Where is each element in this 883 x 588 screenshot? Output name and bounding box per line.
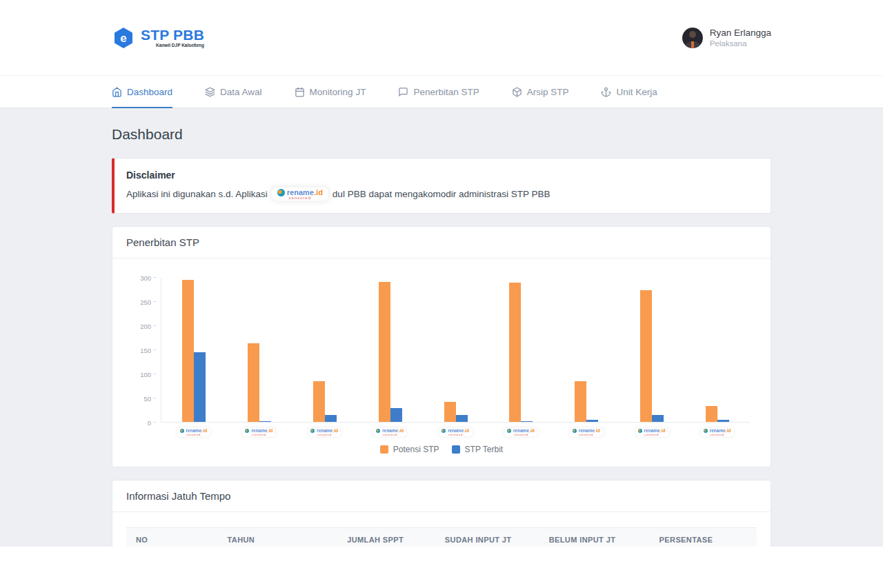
censor-logo-icon bbox=[376, 429, 380, 433]
avatar bbox=[682, 28, 703, 48]
table-header-persentase: PERSENTASE bbox=[650, 528, 757, 547]
censor-logo-icon bbox=[310, 429, 315, 433]
bar-stp-terbit[interactable] bbox=[521, 421, 533, 422]
censor-logo-icon bbox=[507, 429, 511, 433]
bar-stp-terbit[interactable] bbox=[194, 352, 206, 423]
nav-item-label: Dashboard bbox=[127, 87, 172, 97]
bar-group bbox=[161, 278, 227, 422]
legend-swatch bbox=[452, 445, 460, 454]
app-header: e STP PBB Kanwil DJP Kalselteng Ryan Erl… bbox=[0, 0, 883, 76]
brand-logo[interactable]: e STP PBB Kanwil DJP Kalselteng bbox=[112, 26, 204, 50]
nav-item-label: Unit Kerja bbox=[616, 87, 657, 97]
bar-stp-terbit[interactable] bbox=[325, 415, 337, 422]
censor-logo-icon bbox=[638, 429, 642, 433]
bar-potensi-stp[interactable] bbox=[575, 381, 586, 423]
box-icon bbox=[512, 87, 522, 97]
bar-group bbox=[554, 278, 619, 422]
y-tick-label: 200 bbox=[140, 323, 151, 330]
legend-swatch bbox=[380, 445, 388, 454]
censored-x-label: rename.idcensored bbox=[504, 428, 537, 436]
bar-potensi-stp[interactable] bbox=[248, 343, 259, 422]
bar-stp-terbit[interactable] bbox=[456, 415, 468, 422]
chart-plot-area bbox=[161, 278, 750, 423]
censored-x-label: rename.idcensored bbox=[177, 428, 210, 436]
y-tick-label: 50 bbox=[143, 395, 151, 403]
bar-potensi-stp[interactable] bbox=[509, 283, 521, 422]
anchor-icon bbox=[601, 87, 611, 97]
main-nav: DashboardData AwalMonitoring JTPenerbita… bbox=[0, 76, 883, 108]
nav-item-label: Data Awal bbox=[220, 87, 262, 97]
nav-item-dashboard[interactable]: Dashboard bbox=[112, 76, 172, 108]
nav-item-data-awal[interactable]: Data Awal bbox=[205, 76, 262, 108]
table-header-sudah-input-jt: SUDAH INPUT JT bbox=[435, 528, 539, 547]
nav-item-monitoring-jt[interactable]: Monitoring JT bbox=[295, 76, 366, 108]
legend-label: Potensi STP bbox=[393, 445, 439, 454]
table-header-belum-input-jt: BELUM INPUT JT bbox=[539, 528, 650, 547]
layers-icon bbox=[205, 87, 215, 97]
censor-logo-icon bbox=[442, 429, 446, 433]
censored-x-label: rename.idcensored bbox=[308, 428, 341, 436]
y-tick-label: 300 bbox=[140, 274, 151, 282]
bar-potensi-stp[interactable] bbox=[182, 280, 194, 423]
censor-logo-icon bbox=[573, 429, 577, 433]
bar-group bbox=[684, 278, 750, 422]
table-header-tahun: TAHUN bbox=[218, 528, 338, 547]
nav-item-label: Arsip STP bbox=[527, 87, 569, 97]
jatuh-tempo-table: NOTAHUNJUMLAH SPPTSUDAH INPUT JTBELUM IN… bbox=[126, 527, 757, 547]
bar-stp-terbit[interactable] bbox=[259, 421, 271, 422]
censor-logo-icon bbox=[245, 429, 249, 433]
censored-x-label: rename.idcensored bbox=[439, 428, 472, 436]
nav-item-label: Penerbitan STP bbox=[413, 87, 479, 97]
disclaimer-text-after: dul PBB dapat mengakomodir administrasi … bbox=[333, 189, 550, 199]
table-header-jumlah-sppt: JUMLAH SPPT bbox=[337, 528, 435, 547]
legend-label: STP Terbit bbox=[465, 445, 504, 454]
bar-group bbox=[619, 278, 684, 422]
jatuh-tempo-card-title: Informasi Jatuh Tempo bbox=[112, 480, 771, 512]
table-header-no: NO bbox=[126, 528, 218, 547]
page-title: Dashboard bbox=[112, 126, 771, 143]
bar-stp-terbit[interactable] bbox=[390, 408, 402, 422]
nav-item-unit-kerja[interactable]: Unit Kerja bbox=[601, 76, 657, 108]
bar-potensi-stp[interactable] bbox=[640, 290, 652, 422]
penerbitan-stp-chart: 050100150200250300 rename.idcensoredrena… bbox=[112, 258, 771, 467]
main-content: Dashboard Disclaimer Aplikasi ini diguna… bbox=[0, 108, 883, 547]
legend-item[interactable]: STP Terbit bbox=[452, 445, 504, 454]
brand-name: STP PBB bbox=[141, 28, 204, 42]
bar-potensi-stp[interactable] bbox=[706, 406, 717, 422]
nav-item-penerbitan-stp[interactable]: Penerbitan STP bbox=[398, 76, 479, 108]
disclaimer-text: Aplikasi ini digunakan s.d. Aplikasi ren… bbox=[126, 187, 757, 201]
y-tick-label: 100 bbox=[140, 371, 151, 378]
chart-x-axis-labels: rename.idcensoredrename.idcensoredrename… bbox=[161, 428, 750, 436]
bar-stp-terbit[interactable] bbox=[586, 420, 598, 423]
censored-x-label: rename.idcensored bbox=[701, 428, 734, 436]
message-icon bbox=[398, 87, 408, 97]
jatuh-tempo-card: Informasi Jatuh Tempo NOTAHUNJUMLAH SPPT… bbox=[112, 480, 771, 547]
penerbitan-stp-card: Penerbitan STP 050100150200250300 rename… bbox=[112, 226, 771, 467]
bar-stp-terbit[interactable] bbox=[652, 415, 664, 423]
home-icon bbox=[112, 87, 122, 97]
brand-hexagon-icon: e bbox=[112, 26, 135, 50]
bar-potensi-stp[interactable] bbox=[444, 402, 456, 422]
nav-item-label: Monitoring JT bbox=[310, 87, 366, 97]
user-role: Pelaksana bbox=[710, 39, 771, 48]
disclaimer-title: Disclaimer bbox=[126, 170, 757, 181]
user-menu[interactable]: Ryan Erlangga Pelaksana bbox=[682, 28, 771, 48]
censored-x-label: rename.idcensored bbox=[635, 428, 668, 436]
legend-item[interactable]: Potensi STP bbox=[380, 445, 439, 454]
bar-potensi-stp[interactable] bbox=[313, 381, 325, 423]
penerbitan-stp-card-title: Penerbitan STP bbox=[112, 227, 771, 258]
bar-group bbox=[488, 278, 554, 422]
bar-stp-terbit[interactable] bbox=[717, 420, 729, 422]
censored-watermark: rename.id censored bbox=[272, 187, 328, 201]
censor-logo-icon bbox=[180, 429, 184, 433]
nav-item-arsip-stp[interactable]: Arsip STP bbox=[512, 76, 569, 108]
bar-group bbox=[227, 278, 292, 422]
disclaimer-text-before: Aplikasi ini digunakan s.d. Aplikasi bbox=[126, 189, 268, 199]
bar-potensi-stp[interactable] bbox=[379, 282, 390, 422]
chart-legend: Potensi STPSTP Terbit bbox=[129, 445, 754, 454]
brand-subtitle: Kanwil DJP Kalselteng bbox=[141, 43, 204, 48]
disclaimer-card: Disclaimer Aplikasi ini digunakan s.d. A… bbox=[112, 158, 771, 214]
censor-logo-icon bbox=[277, 189, 285, 196]
censor-logo-icon bbox=[704, 429, 708, 433]
censored-x-label: rename.idcensored bbox=[242, 428, 275, 436]
